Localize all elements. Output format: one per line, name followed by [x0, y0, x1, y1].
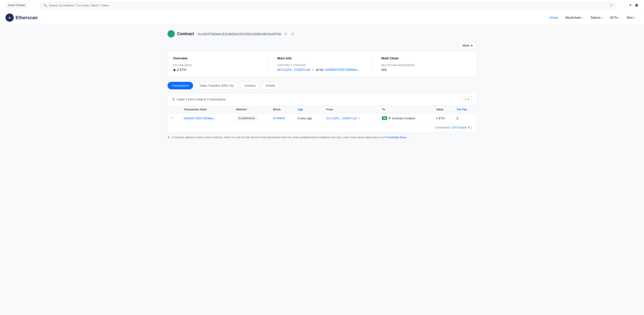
method-badge: 0x60806040: [236, 116, 257, 121]
col-txn-fee: Txn Fee: [454, 106, 476, 114]
table-header-row: Transaction Hash Method ? Block Age From: [168, 106, 476, 114]
contract-icon: ⧉: [388, 116, 390, 120]
to-cell-wrap: IN ⧉ Contract Creation: [382, 116, 430, 120]
info-cards: Overview ETH BALANCE ◆ 0 ETH More Info C…: [168, 52, 476, 76]
nav-blockchain[interactable]: Blockchain ▾: [562, 12, 586, 23]
search-input[interactable]: [49, 4, 608, 7]
from-address-link[interactable]: 0x7112Fe...CD92FCa0: [326, 116, 357, 120]
theme-toggle-button[interactable]: ✦: [629, 3, 632, 8]
page-content: Contract 0x100375E8a61EEAB26A2251953136B…: [162, 25, 482, 144]
search-icon: 🔍: [43, 4, 47, 7]
topbar: Goerli Testnet 🔍 / ✦ ⬟: [0, 0, 644, 11]
logo[interactable]: e Etherscan: [6, 11, 38, 24]
contract-creator-label: CONTRACT CREATOR: [277, 64, 366, 66]
copy-address-button[interactable]: ⧉: [284, 31, 288, 36]
contract-address: 0x100375E8a61EEAB26A2251953136B028Fd1eEF…: [198, 32, 281, 36]
row-method-cell: 0x60806040: [233, 114, 270, 123]
table-summary-text: Latest 1 from a total of 1 transactions: [177, 98, 226, 101]
row-txn-fee-cell: 0: [454, 114, 476, 123]
more-info-card: More Info CONTRACT CREATOR 0x7112Fe...CD…: [272, 52, 372, 76]
col-block: Block: [270, 106, 294, 114]
footer-note: ⚙ A contract address hosts a smart contr…: [168, 136, 476, 139]
logo-text: Etherscan: [16, 15, 38, 20]
col-eye: [168, 106, 180, 114]
info-icon: ⚙: [168, 136, 170, 139]
row-block-cell: 9749848: [270, 114, 294, 123]
footer-note-text: A contract address hosts a smart contrac…: [172, 136, 408, 139]
contract-header: Contract 0x100375E8a61EEAB26A2251953136B…: [168, 30, 476, 38]
row-eye-cell: 👁: [168, 114, 180, 123]
tab-contract[interactable]: Contract: [240, 82, 260, 90]
csv-export-link[interactable]: CSV Export: [451, 126, 467, 129]
col-to: To: [379, 106, 433, 114]
nav-nfts[interactable]: NFTs ▾: [607, 12, 623, 23]
contract-avatar: [168, 30, 175, 38]
nav-misc[interactable]: Misc ▾: [624, 12, 638, 23]
method-help-icon: ?: [247, 108, 248, 111]
navbar: e Etherscan Home Blockchain ▾ Tokens ▾ N…: [0, 11, 644, 25]
table-summary: ⇅ Latest 1 from a total of 1 transaction…: [172, 98, 226, 101]
nav-items: Home Blockchain ▾ Tokens ▾ NFTs ▾ Misc ▾: [546, 12, 638, 23]
contract-creator-value: 0x7112Fe...CD92FCa0 ⧉ at txn 0x685670303…: [277, 68, 366, 72]
copy-from-button[interactable]: ⧉: [358, 116, 360, 120]
knowledge-base-link[interactable]: Knowledge Base: [386, 136, 406, 139]
overview-card: Overview ETH BALANCE ◆ 0 ETH: [168, 52, 268, 76]
download-row: [ Download: CSV Export ⬇ ]: [168, 123, 476, 132]
more-chevron-icon: ▾: [471, 44, 472, 47]
from-cell-wrap: 0x7112Fe...CD92FCa0 ⧉: [326, 116, 376, 120]
col-value: Value: [433, 106, 454, 114]
tab-token-transfers[interactable]: Token Transfers (ERC-20): [195, 82, 238, 90]
wallet-icon-button[interactable]: ⬟: [635, 3, 638, 8]
multichain-addresses-label: MULTICHAIN ADDRESSES: [382, 64, 471, 66]
multichain-addresses-value: N/A: [382, 68, 471, 72]
contract-creation-label: Contract Creation: [392, 116, 415, 120]
contract-type-label: Contract: [177, 32, 194, 36]
sort-icon: ⇅: [172, 98, 175, 101]
tab-transactions[interactable]: Transactions: [168, 82, 193, 90]
blockchain-chevron: ▾: [582, 16, 583, 19]
qr-code-button[interactable]: ⊞: [290, 31, 295, 36]
copy-creator-button[interactable]: ⧉: [312, 68, 314, 71]
tokens-chevron: ▾: [602, 16, 603, 19]
creator-address-link[interactable]: 0x7112Fe...CD92FCa0: [277, 68, 310, 72]
network-badge: Goerli Testnet: [6, 2, 28, 8]
eth-balance-label: ETH BALANCE: [173, 64, 262, 66]
row-value-cell: 0 ETH: [433, 114, 454, 123]
col-age: Age: [294, 106, 323, 114]
search-bar: 🔍 /: [40, 2, 616, 9]
overview-card-title: Overview: [173, 56, 262, 60]
row-to-cell: IN ⧉ Contract Creation: [379, 114, 433, 123]
row-txn-hash-cell: 0x6856703037d50bba...: [180, 114, 233, 123]
table-header: ⇅ Latest 1 from a total of 1 transaction…: [168, 93, 476, 106]
creator-txn-link[interactable]: 0x6856703037d50bba...: [325, 68, 360, 72]
block-link[interactable]: 9749848: [273, 116, 285, 120]
txn-hash-link[interactable]: 0x6856703037d50bba...: [184, 116, 216, 120]
filter-button[interactable]: ▽ ▾: [462, 96, 472, 102]
nav-tokens[interactable]: Tokens ▾: [587, 12, 606, 23]
more-info-card-title: More Info: [277, 56, 366, 60]
nav-home[interactable]: Home: [546, 12, 561, 23]
download-prefix: [ Download:: [435, 126, 450, 129]
eth-diamond-icon: ◆: [173, 68, 176, 72]
multi-chain-card: Multi Chain MULTICHAIN ADDRESSES N/A: [376, 52, 476, 76]
nfts-chevron: ▾: [618, 16, 619, 19]
search-slash-key: /: [610, 4, 613, 7]
more-button-wrap: More ▾: [168, 42, 476, 49]
logo-icon: e: [6, 14, 14, 22]
more-button[interactable]: More ▾: [458, 42, 476, 49]
transactions-table-section: ⇅ Latest 1 from a total of 1 transaction…: [168, 93, 476, 132]
table-row: 👁 0x6856703037d50bba... 0x60806040 97498…: [168, 114, 476, 123]
eth-balance-value: ◆ 0 ETH: [173, 68, 262, 72]
filter-icon: ▽: [464, 98, 467, 101]
eth-balance-amount: 0 ETH: [177, 68, 186, 72]
col-from: From: [323, 106, 379, 114]
at-txn-text: at txn: [316, 68, 324, 72]
in-direction-badge: IN: [382, 116, 387, 120]
tab-events[interactable]: Events: [262, 82, 280, 90]
col-method: Method ?: [233, 106, 270, 114]
row-from-cell: 0x7112Fe...CD92FCa0 ⧉: [323, 114, 379, 123]
download-suffix: ]: [471, 126, 472, 129]
misc-chevron: ▾: [634, 16, 635, 19]
txn-fee-link[interactable]: Txn Fee: [456, 108, 467, 111]
row-eye-button[interactable]: 👁: [171, 116, 174, 120]
